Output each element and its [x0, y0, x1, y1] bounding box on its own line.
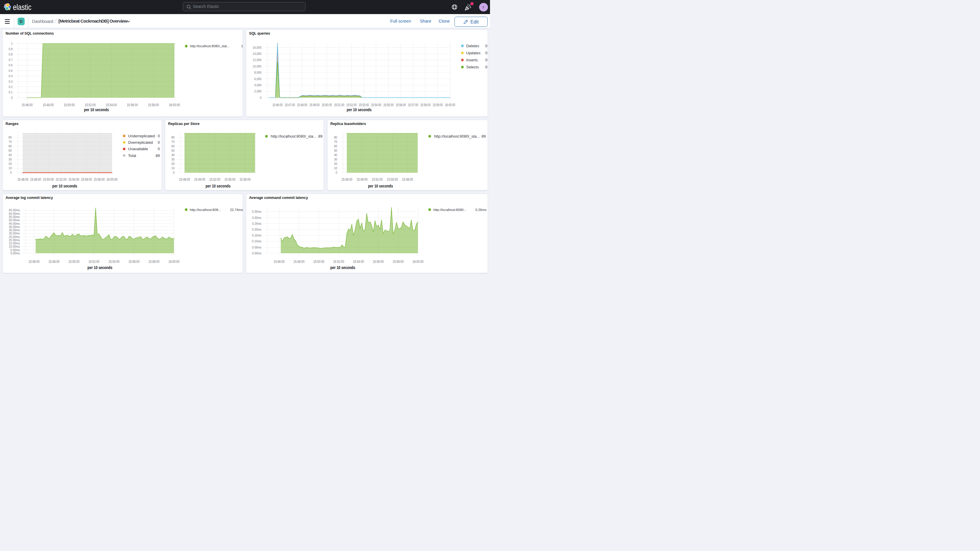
svg-text:16:00:00: 16:00:00	[107, 177, 118, 181]
svg-text:0: 0	[485, 43, 487, 48]
svg-text:Total: Total	[128, 153, 136, 158]
svg-text:15:56:00: 15:56:00	[81, 177, 92, 181]
svg-text:89: 89	[318, 134, 323, 139]
svg-text:40.00ms: 40.00ms	[9, 225, 20, 228]
svg-text:Average command commit latency: Average command commit latency	[249, 196, 308, 199]
svg-text:15:58:00: 15:58:00	[420, 103, 430, 107]
svg-text:55.00ms: 55.00ms	[9, 215, 20, 218]
svg-text:15:46:00: 15:46:00	[274, 260, 285, 263]
svg-text:25.00ms: 25.00ms	[9, 235, 20, 238]
svg-text:15:46:00: 15:46:00	[29, 260, 40, 263]
svg-text:0: 0	[158, 140, 160, 145]
svg-text:60: 60	[334, 144, 337, 148]
svg-text:5.00ms: 5.00ms	[11, 248, 20, 252]
svg-text:15:59:00: 15:59:00	[433, 103, 443, 107]
svg-text:Updates: Updates	[466, 51, 480, 55]
svg-text:Unavailable: Unavailable	[128, 147, 148, 151]
svg-text:10: 10	[8, 166, 12, 170]
svg-text:15:46:00: 15:46:00	[341, 177, 352, 181]
svg-text:20: 20	[8, 162, 12, 166]
svg-text:0.3: 0.3	[8, 80, 13, 83]
svg-text:20: 20	[171, 162, 175, 166]
svg-text:22.74ms: 22.74ms	[230, 208, 243, 211]
svg-text:15:55:00: 15:55:00	[224, 177, 235, 181]
svg-text:0.20ms: 0.20ms	[252, 228, 261, 231]
svg-text:http://localhost:808...: http://localhost:808...	[190, 208, 221, 211]
svg-text:15:58:00: 15:58:00	[148, 103, 159, 107]
svg-text:0: 0	[336, 171, 337, 174]
svg-text:15:50:00: 15:50:00	[68, 260, 80, 263]
svg-text:0.4: 0.4	[8, 74, 13, 78]
svg-text:15:50:00: 15:50:00	[313, 260, 325, 263]
svg-text:10,000: 10,000	[253, 64, 261, 68]
svg-text:60: 60	[171, 144, 175, 148]
svg-text:70: 70	[334, 140, 337, 143]
svg-text:0: 0	[158, 147, 160, 151]
svg-text:70: 70	[171, 140, 175, 143]
svg-text:Replica leaseholders: Replica leaseholders	[330, 121, 366, 126]
svg-text:65.00ms: 65.00ms	[9, 208, 20, 212]
svg-text:15:52:00: 15:52:00	[85, 103, 96, 107]
svg-text:15:52:00: 15:52:00	[56, 177, 67, 181]
svg-text:15:52:00: 15:52:00	[209, 177, 220, 181]
svg-text:per 10 seconds: per 10 seconds	[347, 108, 372, 112]
svg-text:15:48:00: 15:48:00	[293, 260, 305, 263]
svg-text:15:56:00: 15:56:00	[396, 103, 406, 107]
svg-text:80: 80	[171, 135, 175, 139]
svg-text:0.2: 0.2	[8, 85, 13, 88]
svg-text:http://localhost:8080/_sta...: http://localhost:8080/_sta...	[271, 134, 316, 139]
svg-text:15.00ms: 15.00ms	[9, 242, 20, 245]
svg-text:16:00:00: 16:00:00	[445, 103, 455, 107]
svg-text:per 10 seconds: per 10 seconds	[84, 108, 109, 112]
svg-text:60: 60	[8, 144, 12, 148]
svg-text:15:49:00: 15:49:00	[309, 103, 320, 107]
svg-text:Underreplicated: Underreplicated	[128, 134, 155, 138]
svg-text:89: 89	[156, 153, 160, 158]
svg-text:15:46:00: 15:46:00	[272, 103, 283, 107]
svg-text:15:49:00: 15:49:00	[356, 177, 368, 181]
svg-text:0.1: 0.1	[8, 90, 13, 94]
svg-text:45.00ms: 45.00ms	[9, 221, 20, 225]
svg-text:89: 89	[482, 134, 485, 139]
svg-text:15:46:00: 15:46:00	[22, 103, 33, 107]
svg-text:0.10ms: 0.10ms	[252, 239, 261, 243]
svg-text:40: 40	[334, 153, 337, 157]
svg-text:Selects: Selects	[466, 65, 479, 69]
svg-text:40: 40	[171, 153, 175, 157]
svg-text:15:54:00: 15:54:00	[371, 103, 381, 107]
svg-text:SQL queries: SQL queries	[249, 31, 270, 35]
svg-text:16,000: 16,000	[253, 46, 261, 49]
svg-text:40: 40	[8, 153, 12, 157]
svg-text:80: 80	[334, 135, 337, 139]
svg-text:15:58:00: 15:58:00	[402, 177, 413, 181]
svg-text:Deletes: Deletes	[466, 43, 479, 48]
svg-text:0.15ms: 0.15ms	[252, 234, 261, 237]
svg-text:0.25ms: 0.25ms	[252, 221, 261, 225]
svg-text:0: 0	[485, 65, 487, 69]
svg-text:15:58:00: 15:58:00	[94, 177, 105, 181]
svg-text:Number of SQL connections: Number of SQL connections	[6, 31, 54, 35]
svg-text:15:48:00: 15:48:00	[43, 103, 54, 107]
svg-text:2,000: 2,000	[255, 89, 262, 93]
svg-text:15:57:00: 15:57:00	[408, 103, 418, 107]
svg-text:0.00ms: 0.00ms	[11, 251, 20, 255]
svg-text:10: 10	[334, 166, 337, 170]
svg-text:15:56:00: 15:56:00	[127, 103, 138, 107]
svg-text:70: 70	[8, 140, 12, 143]
svg-text:per 10 seconds: per 10 seconds	[88, 266, 112, 270]
svg-text:0.35ms: 0.35ms	[252, 210, 261, 213]
svg-text:15:50:00: 15:50:00	[321, 103, 332, 107]
svg-text:20: 20	[334, 162, 337, 166]
svg-text:elastic: elastic	[13, 3, 32, 12]
svg-text:80: 80	[8, 135, 12, 139]
svg-text:0.26ms: 0.26ms	[475, 208, 487, 211]
svg-text:16:00:00: 16:00:00	[169, 260, 180, 263]
svg-text:per 10 seconds: per 10 seconds	[330, 266, 355, 270]
svg-text:10: 10	[171, 166, 175, 170]
svg-text:0.00ms: 0.00ms	[252, 251, 261, 255]
svg-text:0: 0	[158, 134, 160, 138]
svg-text:1: 1	[11, 41, 13, 45]
svg-text:15:47:00: 15:47:00	[285, 103, 295, 107]
svg-text:0: 0	[485, 51, 487, 55]
svg-text:1: 1	[241, 44, 243, 48]
